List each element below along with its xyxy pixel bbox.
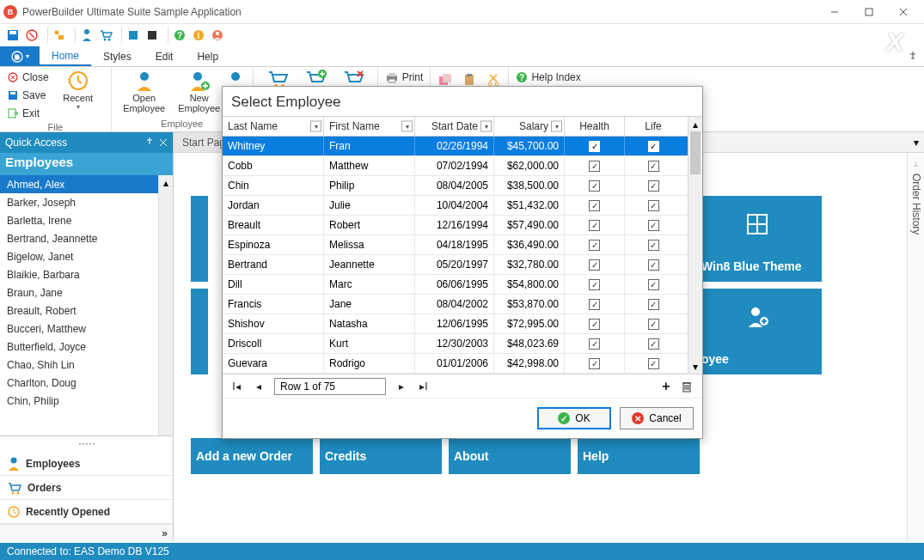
checkbox-icon[interactable]: ✓ (589, 358, 600, 369)
table-row[interactable]: BreaultRobert12/16/1994$57,490.00✓✓ (223, 216, 702, 235)
list-item[interactable]: Chao, Shih Lin (0, 356, 173, 374)
cell-life[interactable]: ✓ (625, 196, 682, 215)
col-last-name[interactable]: Last Name▾ (223, 117, 324, 136)
scrollbar[interactable]: ▴ (158, 175, 173, 435)
tile-partial-1[interactable] (191, 196, 208, 282)
nav-next-icon[interactable]: ▸ (395, 380, 408, 393)
nav-orders[interactable]: Orders (0, 476, 173, 500)
cell-health[interactable]: ✓ (565, 354, 625, 373)
filter-dropdown-icon[interactable]: ▾ (401, 121, 413, 132)
minimize-button[interactable] (817, 2, 852, 22)
checkbox-icon[interactable]: ✓ (589, 200, 600, 211)
checkbox-icon[interactable]: ✓ (648, 141, 659, 152)
tile-help[interactable]: Help (578, 438, 700, 474)
filter-dropdown-icon[interactable]: ▾ (310, 121, 321, 132)
list-item[interactable]: Charlton, Doug (0, 374, 173, 392)
save-icon[interactable] (5, 27, 21, 43)
checkbox-icon[interactable]: ✓ (648, 338, 659, 350)
checkbox-icon[interactable]: ✓ (589, 259, 600, 271)
checkbox-icon[interactable]: ✓ (648, 220, 659, 231)
help-icon[interactable]: ? (172, 27, 187, 43)
cell-health[interactable]: ✓ (565, 255, 625, 274)
nav-add-icon[interactable]: + (659, 379, 673, 394)
scroll-thumb[interactable] (690, 131, 701, 174)
checkbox-icon[interactable]: ✓ (648, 259, 659, 271)
window-close-button[interactable] (886, 2, 921, 22)
scroll-down-icon[interactable]: ▾ (688, 359, 702, 374)
employee-list[interactable]: Ahmed, AlexBarker, JosephBarletta, Irene… (0, 175, 173, 436)
info-icon[interactable]: i (191, 27, 206, 43)
tile-win8-blue[interactable]: Win8 Blue Theme (693, 196, 822, 282)
list-item[interactable]: Bertrand, Jeannette (0, 229, 173, 247)
large-close-icon[interactable]: X (886, 27, 903, 57)
cell-life[interactable]: ✓ (625, 255, 682, 274)
cell-health[interactable]: ✓ (565, 235, 625, 254)
table-row[interactable]: JordanJulie10/04/2004$51,432.00✓✓ (223, 196, 702, 216)
list-item[interactable]: Ahmed, Alex (0, 175, 173, 193)
ok-button[interactable]: ✓OK (537, 407, 611, 429)
filter-dropdown-icon[interactable]: ▾ (551, 121, 562, 132)
checkbox-icon[interactable]: ✓ (648, 299, 659, 310)
checkbox-icon[interactable]: ✓ (648, 358, 659, 369)
table-row[interactable]: WhitneyFran02/26/1994$45,700.00✓✓ (223, 137, 702, 156)
list-item[interactable]: Bucceri, Matthew (0, 320, 173, 338)
cell-life[interactable]: ✓ (625, 137, 682, 155)
checkbox-icon[interactable]: ✓ (648, 319, 659, 330)
cart-icon[interactable] (98, 27, 113, 43)
checkbox-icon[interactable]: ✓ (589, 240, 600, 251)
nav-recently-opened[interactable]: Recently Opened (0, 500, 173, 524)
cell-health[interactable]: ✓ (565, 275, 625, 294)
tile-partial-2[interactable] (191, 289, 208, 374)
filter-dropdown-icon[interactable]: ▾ (480, 121, 492, 132)
checkbox-icon[interactable]: ✓ (648, 161, 659, 172)
pin-icon[interactable] (145, 137, 154, 148)
tab-edit[interactable]: Edit (144, 46, 186, 66)
cell-health[interactable]: ✓ (565, 334, 625, 353)
ribbon-recent-button[interactable]: Recent ▾ (52, 69, 104, 111)
cancel-button[interactable]: ✕Cancel (620, 407, 694, 429)
list-item[interactable]: Chin, Philip (0, 392, 173, 410)
col-health[interactable]: Health (565, 117, 625, 136)
order-history-strip[interactable]: ⟂Order History (907, 153, 924, 541)
ribbon-app-button[interactable]: B▾ (0, 46, 40, 66)
list-item[interactable]: Barker, Joseph (0, 193, 173, 211)
col-first-name[interactable]: First Name▾ (324, 117, 415, 136)
panel-expand-icon[interactable]: » (0, 524, 173, 541)
cell-life[interactable]: ✓ (625, 314, 682, 333)
checkbox-icon[interactable]: ✓ (589, 338, 600, 350)
ribbon-close-button[interactable]: Close (7, 69, 49, 86)
table-row[interactable]: BertrandJeannette05/20/1997$32,780.00✓✓ (223, 255, 702, 275)
table-row[interactable]: EspinozaMelissa04/18/1995$36,490.00✓✓ (223, 235, 702, 255)
list-item[interactable]: Breault, Robert (0, 301, 173, 320)
ribbon-new-employee-button[interactable]: New Employee (174, 69, 225, 113)
scroll-up-icon[interactable]: ▴ (159, 175, 173, 190)
tile-credits[interactable]: Credits (320, 438, 442, 474)
checkbox-icon[interactable]: ✓ (648, 200, 659, 211)
list-item[interactable]: Barletta, Irene (0, 211, 173, 229)
table-row[interactable]: FrancisJane08/04/2002$53,870.00✓✓ (223, 295, 702, 314)
checkbox-icon[interactable]: ✓ (589, 319, 600, 330)
tab-dropdown-icon[interactable]: ▾ (909, 137, 924, 149)
person-icon[interactable] (79, 27, 95, 43)
cell-health[interactable]: ✓ (565, 295, 625, 313)
checkbox-icon[interactable]: ✓ (589, 180, 600, 192)
ribbon-open-employee-button[interactable]: Open Employee (119, 69, 170, 113)
cell-life[interactable]: ✓ (625, 275, 682, 294)
cell-health[interactable]: ✓ (565, 176, 625, 195)
checkbox-icon[interactable]: ✓ (589, 279, 600, 290)
ribbon-print-button[interactable]: Print (385, 69, 424, 86)
user-icon[interactable] (210, 27, 225, 43)
cancel-icon[interactable] (24, 27, 40, 43)
checkbox-icon[interactable]: ✓ (648, 279, 659, 290)
tile-employee-partial[interactable]: oyee (693, 289, 822, 374)
nav-first-icon[interactable]: I◂ (229, 380, 243, 393)
checkbox-icon[interactable]: ✓ (589, 299, 600, 310)
ribbon-exit-button[interactable]: Exit (7, 105, 49, 122)
tab-home[interactable]: Home (40, 46, 91, 66)
col-life[interactable]: Life (625, 117, 682, 136)
nav-prev-icon[interactable]: ◂ (252, 380, 266, 393)
col-salary[interactable]: Salary▾ (494, 117, 565, 136)
col-start-date[interactable]: Start Date▾ (415, 117, 494, 136)
tile-about[interactable]: About (449, 438, 571, 474)
grid-scrollbar[interactable]: ▴ ▾ (688, 117, 702, 374)
